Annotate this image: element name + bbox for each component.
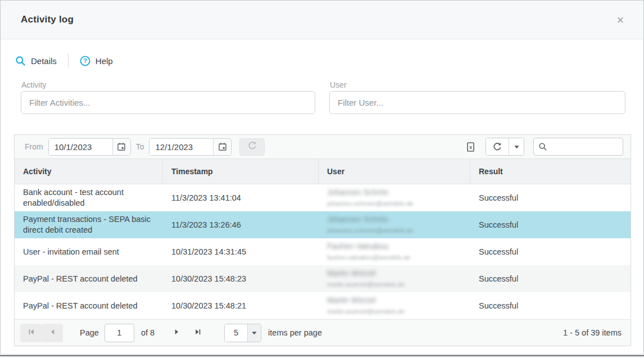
svg-text:?: ? (83, 57, 87, 64)
calendar-icon[interactable] (213, 139, 231, 155)
user-cell: Martin Würzel martin.wuerzel@wendels.de (319, 292, 470, 319)
grid-search-box[interactable] (533, 138, 623, 156)
user-email-blurred: martin.wuerzel@wendels.de (327, 279, 465, 290)
result-cell: Successful (479, 301, 625, 311)
timestamp-cell: 11/3/2023 13:41:04 (171, 193, 313, 203)
apply-date-filter-button (239, 138, 265, 156)
result-cell: Successful (479, 247, 625, 257)
activity-cell: PayPal - REST account deleted (23, 274, 157, 284)
refresh-icon (248, 141, 257, 152)
next-page-button[interactable] (166, 324, 187, 342)
activity-filter-input[interactable] (21, 91, 315, 114)
previous-page-button[interactable] (42, 324, 63, 342)
window-bottom-edge (0, 355, 644, 356)
dialog-header: Activity log × (1, 1, 643, 39)
help-label: Help (96, 56, 113, 66)
search-icon (538, 142, 547, 151)
result-cell: Successful (479, 274, 625, 284)
column-header-timestamp[interactable]: Timestamp (163, 159, 319, 184)
user-name-blurred: Martin Würzel (327, 295, 465, 306)
to-label: To (136, 142, 144, 151)
page-count-label: of 8 (141, 328, 155, 337)
page-label: Page (80, 328, 99, 337)
column-header-activity[interactable]: Activity (15, 159, 163, 184)
details-label: Details (31, 56, 57, 66)
last-page-button[interactable] (187, 324, 208, 342)
grid-body: Bank account - test account enabled/disa… (15, 184, 631, 319)
help-icon: ? (80, 56, 90, 66)
table-row[interactable]: User - invitation email sent 10/31/2023 … (15, 238, 631, 265)
items-per-page-label: items per page (268, 328, 322, 337)
user-email-blurred: martin.wuerzel@wendels.de (327, 306, 465, 317)
page-size-value: 5 (225, 324, 247, 342)
activity-cell: Bank account - test account enabled/disa… (23, 187, 157, 209)
menu-separator (68, 54, 69, 67)
table-row[interactable]: PayPal - REST account deleted 10/30/2023… (15, 265, 631, 292)
activity-log-dialog: Activity log × Details ? Help Activity U… (0, 0, 644, 355)
timestamp-cell: 11/3/2023 13:26:46 (171, 220, 313, 230)
from-label: From (25, 142, 43, 151)
grid-search-input[interactable] (551, 142, 618, 151)
result-cell: Successful (479, 193, 625, 203)
refresh-split-button (486, 138, 524, 156)
user-cell: Martin Würzel martin.wuerzel@wendels.de (319, 265, 470, 292)
search-icon (15, 56, 26, 66)
user-filter-label: User (330, 80, 347, 89)
seek-first-icon (28, 328, 35, 337)
timestamp-cell: 10/31/2023 14:31:45 (171, 247, 313, 257)
refresh-icon[interactable] (486, 138, 509, 155)
activity-filter-label: Activity (21, 80, 46, 89)
grid-toolbar: From To x (15, 135, 631, 159)
grid-pager: Page of 8 5 items per page 1 - (15, 319, 631, 346)
user-cell: Johannes Schrön johannes.schroen@wendels… (319, 211, 470, 238)
timestamp-cell: 10/30/2023 15:48:21 (171, 301, 313, 311)
user-name-blurred: Johannes Schrön (327, 187, 465, 198)
column-header-user[interactable]: User (319, 159, 470, 184)
column-header-result[interactable]: Result (470, 159, 631, 184)
user-email-blurred: johannes.schroen@wendels.de (327, 225, 465, 236)
table-row-selected[interactable]: Payment transactions - SEPA basic direct… (15, 211, 631, 238)
timestamp-cell: 10/30/2023 15:48:23 (171, 274, 313, 284)
svg-text:x: x (469, 144, 472, 149)
to-datepicker (149, 138, 232, 156)
items-range-label: 1 - 5 of 39 items (563, 328, 625, 337)
chevron-down-icon (247, 324, 261, 342)
to-date-input[interactable] (149, 139, 213, 155)
user-name-blurred: Fauhen Vatnakou (327, 241, 465, 252)
seek-last-icon (194, 328, 202, 337)
user-email-blurred: johannes.schroen@wendels.de (327, 198, 465, 209)
user-filter-input[interactable] (329, 91, 625, 114)
details-button[interactable]: Details (15, 56, 57, 66)
activity-cell: PayPal - REST account deleted (23, 301, 157, 311)
dialog-menu: Details ? Help (15, 54, 643, 67)
user-name-blurred: Johannes Schrön (327, 214, 465, 225)
arrow-left-icon (49, 328, 56, 337)
dialog-title: Activity log (21, 14, 74, 25)
user-cell: Fauhen Vatnakou fauhen.vatnakou@wendels.… (319, 238, 470, 265)
table-row[interactable]: Bank account - test account enabled/disa… (15, 184, 631, 211)
activity-grid: From To x (14, 134, 631, 346)
from-datepicker (48, 138, 131, 156)
help-button[interactable]: ? Help (80, 56, 113, 66)
arrow-right-icon (173, 328, 180, 337)
first-page-button[interactable] (20, 324, 42, 342)
grid-header-row: Activity Timestamp User Result (15, 159, 631, 184)
chevron-down-icon[interactable] (509, 138, 524, 155)
activity-cell: User - invitation email sent (23, 247, 157, 257)
table-row[interactable]: PayPal - REST account deleted 10/30/2023… (15, 292, 631, 319)
calendar-icon[interactable] (112, 139, 130, 155)
user-email-blurred: fauhen.vatnakou@wendels.de (327, 252, 465, 263)
activity-cell: Payment transactions - SEPA basic direct… (23, 214, 157, 235)
page-size-dropdown[interactable]: 5 (224, 324, 261, 342)
close-icon[interactable]: × (613, 13, 628, 28)
user-name-blurred: Martin Würzel (327, 268, 465, 279)
user-cell: Johannes Schrön johannes.schroen@wendels… (319, 184, 470, 211)
page-number-input[interactable] (105, 324, 134, 342)
export-excel-icon[interactable]: x (463, 139, 478, 154)
result-cell: Successful (479, 220, 625, 230)
from-date-input[interactable] (49, 139, 112, 155)
